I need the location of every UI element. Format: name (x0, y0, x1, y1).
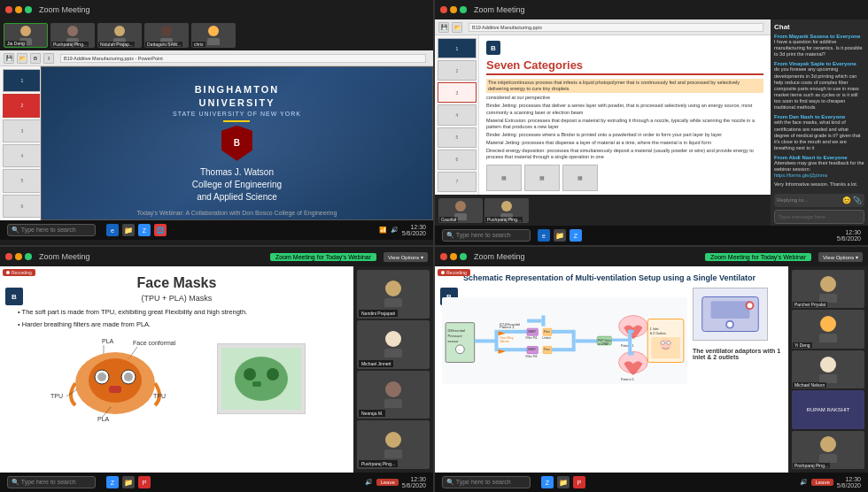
q4-icon-ppt[interactable]: P (573, 476, 585, 488)
window-title-q2: Zoom Meeting (474, 5, 525, 14)
st-q2-3[interactable]: 3 (438, 82, 477, 103)
q4-pt-4: RUPAM RAKSHIT (792, 390, 864, 428)
chat-input-area: Replying to... 😊 📎 (774, 194, 864, 207)
b-logo-q2: B (486, 41, 500, 55)
q4-icon-files[interactable]: 📁 (557, 476, 570, 488)
vent-footer-label: The ventilator adaptors with 1 inlet & 2… (693, 348, 781, 360)
windows-search-q4[interactable]: 🔍 Type here to search (442, 476, 531, 488)
taskbar-icon-files[interactable]: 📁 (122, 224, 135, 236)
q2-pt-1: Gaurilal (438, 198, 483, 223)
close-button[interactable] (5, 6, 12, 13)
q3-icon-files[interactable]: 📁 (122, 476, 135, 488)
svg-point-26 (455, 345, 464, 354)
min-q3[interactable] (15, 253, 22, 260)
q4-date: 5/6/2020 (837, 482, 861, 488)
main-grid: Zoom Meeting Jia Deng Pushparaj Ping... (0, 0, 868, 492)
chat-link-3[interactable]: https://forms.gle/jZpInms (774, 173, 864, 178)
participant-thumb-1: Jia Deng (4, 23, 48, 48)
ppt-btn-open[interactable]: 📂 (17, 53, 27, 64)
svg-text:HMEF: HMEF (528, 330, 536, 334)
taskbar-icon-zoom[interactable]: Z (138, 224, 151, 236)
tb-btn-open-q2[interactable]: 📂 (452, 22, 462, 33)
q2-icon-files[interactable]: 📁 (554, 229, 566, 242)
slide-thumb-3[interactable]: 3 (3, 119, 41, 142)
slide-thumb-5[interactable]: 5 (3, 169, 41, 192)
close-btn-q2[interactable] (440, 6, 447, 13)
bullet-1: • The soft part is made from TPU, exhibi… (18, 308, 345, 318)
taskbar-icon-chrome[interactable]: 🌐 (154, 224, 167, 236)
slide-image-3: ▦ (562, 165, 598, 191)
ppt-btn-save[interactable]: 💾 (4, 53, 14, 64)
leave-button-q3[interactable]: Leave (376, 479, 398, 486)
recording-text-q3: Recording (12, 270, 32, 275)
windows-search-q1[interactable]: 🔍 Type here to search (7, 224, 96, 236)
quadrant-face-masks: Zoom Meeting Zoom Meeting for Today's We… (0, 247, 433, 492)
q2-icon-edge[interactable]: e (538, 229, 550, 242)
st-q2-6[interactable]: 6 (438, 150, 477, 170)
windows-search-q2[interactable]: 🔍 Type here to search (442, 229, 531, 242)
min-q4[interactable] (450, 253, 457, 260)
q4-icon-zoom[interactable]: Z (541, 476, 554, 488)
slide-thumb-6[interactable]: 6 (3, 195, 41, 218)
q3-ptname-1: Nandini Prajapati (359, 310, 398, 317)
window-title-q1: Zoom Meeting (39, 5, 90, 14)
st-q2-2[interactable]: 2 (438, 60, 477, 81)
q3-pt-2: Michael Jinnett (357, 320, 430, 369)
slide-thumb-1[interactable]: 1 (3, 69, 41, 92)
windows-search-q3[interactable]: 🔍 Type here to search (7, 476, 96, 488)
taskbar-network-icon: 📶 (379, 227, 387, 234)
q3-icon-zoom[interactable]: Z (106, 476, 119, 488)
max-q3[interactable] (25, 253, 32, 260)
svg-point-8 (97, 373, 106, 381)
cat-item-3: Material Extrusion: processes that depos… (486, 118, 763, 130)
close-q3[interactable] (5, 253, 12, 260)
view-options-q3[interactable]: View Options ▾ (384, 252, 428, 262)
tb-btn-save-q2[interactable]: 💾 (438, 22, 449, 33)
st-q2-1[interactable]: 1 (438, 38, 477, 58)
svg-text:Filter Pt1: Filter Pt1 (526, 336, 538, 340)
chat-emoji-btn[interactable]: 😊 (842, 196, 851, 204)
watson-title: Thomas J. Watson College of Engineering … (173, 166, 301, 204)
chat-text-2: with the face masks, what kind of certif… (774, 119, 864, 151)
q3-net-icon: 🔊 (365, 479, 373, 486)
chat-type-placeholder: Type message here... (779, 214, 830, 219)
slide-content: BINGHAMTON UNIVERSITY STATE UNIVERSITY O… (173, 83, 301, 204)
chat-type-area[interactable]: Type message here... (774, 210, 864, 224)
q2-icon-zoom[interactable]: Z (570, 229, 582, 242)
st-q2-4[interactable]: 4 (438, 104, 477, 125)
taskbar-icon-edge[interactable]: e (106, 224, 119, 236)
search-ph-q2: 🔍 Type here to search (446, 232, 511, 239)
q4-pt-3: Michael Nelson (792, 350, 864, 388)
ventilation-slide: Recording B Schematic Representation of … (435, 266, 788, 473)
quadrant-binghamton: Zoom Meeting Jia Deng Pushparaj Ping... (0, 0, 433, 245)
close-q4[interactable] (440, 253, 447, 260)
slide-thumb-2[interactable]: 2 (3, 94, 41, 117)
q4-person-5 (819, 436, 837, 463)
maximize-button[interactable] (25, 6, 32, 13)
q4-body-5 (819, 454, 837, 463)
window-controls-q2 (440, 6, 467, 13)
st-q2-7[interactable]: 7 (438, 172, 477, 192)
q3-clock: 12:30 5/6/2020 (402, 476, 426, 488)
chat-attach-btn[interactable]: 📎 (853, 196, 862, 204)
vent-title: Schematic Representation of Multi-ventil… (463, 273, 781, 284)
ppt-btn-italic[interactable]: I (43, 53, 54, 64)
min-btn-q2[interactable] (450, 6, 457, 13)
max-q4[interactable] (460, 253, 467, 260)
svg-rect-75 (711, 301, 750, 319)
svg-text:Differential: Differential (448, 328, 465, 333)
slide-thumb-4[interactable]: 4 (3, 144, 41, 167)
leave-button-q4[interactable]: Leave (811, 479, 833, 486)
view-options-q4[interactable]: View Options ▾ (818, 252, 863, 262)
ppt-btn-bold[interactable]: B (30, 53, 41, 64)
cat-item-0: The inkjet/continuous process that infes… (486, 79, 763, 93)
clock-date: 5/6/2020 (402, 230, 426, 236)
q3-icon-ppt[interactable]: P (138, 476, 151, 488)
max-btn-q2[interactable] (460, 6, 467, 13)
avatar-head-5 (208, 26, 219, 36)
st-q2-5[interactable]: 5 (438, 127, 477, 148)
minimize-button[interactable] (15, 6, 22, 13)
q3-ptname-3: Neeraja M. (359, 410, 385, 417)
chat-sidebar: Chat From Mayank Saxena to Everyone I ha… (771, 19, 868, 226)
chat-msg-3: From Abdi Nasri to Everyone Attendees ma… (774, 155, 864, 178)
